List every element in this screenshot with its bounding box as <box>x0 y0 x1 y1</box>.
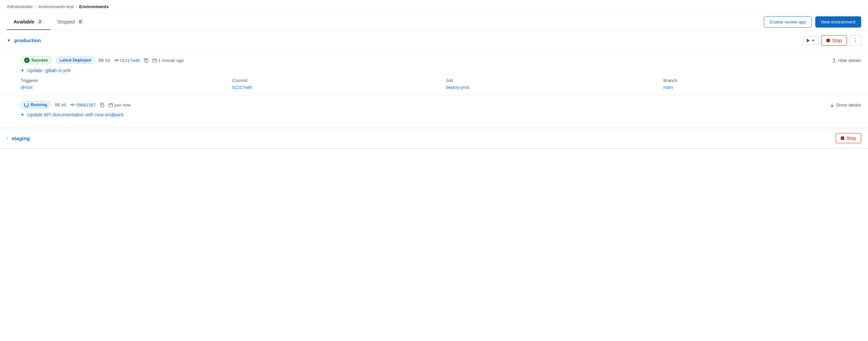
time-label-2: just now <box>114 102 131 108</box>
deployment-row-1: ✓ Success Latest Deployed #3 <box>0 51 868 96</box>
branch-link[interactable]: main <box>663 85 673 90</box>
deployment-title-1: ✦ Update .gitlab-ci.yml <box>20 68 861 73</box>
play-button-production[interactable]: ▼ <box>803 36 819 45</box>
svg-point-3 <box>115 59 117 61</box>
commit-hash-2[interactable]: 09b81587 <box>76 102 96 108</box>
env-section-production: ▼ production ▼ Stop ⋮ ✓ <box>0 30 868 128</box>
commit-link[interactable]: 01217ed6 <box>232 85 252 90</box>
env-header-production: ▼ production ▼ Stop ⋮ <box>0 30 868 51</box>
time-meta-1: 1 minute ago <box>152 58 184 63</box>
svg-rect-0 <box>99 59 100 62</box>
copy-icon-area-1 <box>144 58 148 63</box>
gear-icon-1: ✦ <box>20 68 25 73</box>
deployment-details-table-1: Triggerer Commit Job Branch @root 01217e… <box>20 78 861 90</box>
upload-icon-1 <box>832 58 836 63</box>
job-header: Job <box>446 78 653 83</box>
svg-rect-1 <box>102 59 103 62</box>
spinning-icon <box>24 102 29 107</box>
svg-rect-6 <box>145 60 148 62</box>
deployment-meta-1: ✓ Success Latest Deployed #3 <box>20 56 184 64</box>
pipeline-id-2: #5 <box>55 102 66 108</box>
success-check-icon: ✓ <box>24 58 30 63</box>
svg-rect-20 <box>109 103 113 107</box>
kebab-menu-production[interactable]: ⋮ <box>850 35 861 46</box>
hide-details-label-1: Hide details <box>838 58 861 63</box>
deployment-row-2: Running #5 <box>0 96 868 128</box>
tab-stopped-count: 0 <box>77 19 84 25</box>
hide-details-button-1[interactable]: Hide details <box>832 58 861 63</box>
env-header-left-staging: › staging <box>7 135 30 141</box>
show-details-label-2: Show details <box>836 102 861 108</box>
enable-review-app-button[interactable]: Enable review app <box>764 16 812 28</box>
job-value: deploy-prod <box>446 84 653 90</box>
breadcrumb-project[interactable]: environments-test <box>38 4 74 9</box>
copy-icon-area-2 <box>100 103 105 107</box>
time-meta-2: just now <box>109 102 131 108</box>
svg-rect-19 <box>101 104 104 107</box>
play-icon <box>807 38 810 43</box>
tabs-header: Available 2 Stopped 0 Enable review app … <box>0 14 868 30</box>
stop-label-production: Stop <box>832 38 842 43</box>
pipeline-id-1: #3 <box>99 58 110 63</box>
status-label-1: Success <box>31 58 48 63</box>
copy-icon-1[interactable] <box>144 58 148 63</box>
commit-icon-2 <box>70 102 75 107</box>
badge-success: ✓ Success <box>20 56 52 64</box>
breadcrumb-admin[interactable]: Administrator <box>7 4 33 9</box>
env-name-staging[interactable]: staging <box>12 135 30 141</box>
stop-label-staging: Stop <box>846 135 856 141</box>
stop-button-staging[interactable]: Stop <box>836 133 861 143</box>
tabs-left: Available 2 Stopped 0 <box>7 14 91 30</box>
svg-rect-14 <box>58 103 60 106</box>
job-link[interactable]: deploy-prod <box>446 85 469 90</box>
latest-deployed-label: Latest Deployed <box>60 58 91 63</box>
triggerer-link[interactable]: @root <box>20 85 33 90</box>
env-header-right-production: ▼ Stop ⋮ <box>803 35 861 46</box>
commit-meta-2: 09b81587 <box>70 102 96 108</box>
play-dropdown-icon: ▼ <box>811 38 815 43</box>
tab-stopped[interactable]: Stopped 0 <box>50 14 91 30</box>
breadcrumb: Administrator › environments-test › Envi… <box>0 0 868 14</box>
collapse-arrow-staging[interactable]: › <box>7 136 8 141</box>
breadcrumb-sep1: › <box>35 4 36 9</box>
gear-icon-2: ✦ <box>20 112 25 117</box>
commit-message-link-2[interactable]: Update API documentation with new endpoi… <box>27 112 124 117</box>
breadcrumb-sep2: › <box>76 4 77 9</box>
commit-meta-1: 01217ed6 <box>114 58 140 63</box>
badge-latest-deployed: Latest Deployed <box>56 56 95 64</box>
commit-hash-1[interactable]: 01217ed6 <box>120 58 140 63</box>
env-name-production[interactable]: production <box>14 37 41 43</box>
pipeline-icon <box>99 58 103 63</box>
deployment-top-2: Running #5 <box>20 101 861 109</box>
env-header-left-production: ▼ production <box>7 37 41 43</box>
show-details-button-2[interactable]: Show details <box>830 102 861 108</box>
calendar-icon-2 <box>109 103 113 107</box>
branch-header: Branch <box>663 78 861 83</box>
env-section-staging: › staging Stop <box>0 128 868 149</box>
stop-icon-staging <box>841 136 844 140</box>
copy-icon-2[interactable] <box>100 103 105 107</box>
branch-value: main <box>663 84 861 90</box>
triggerer-value: @root <box>20 84 222 90</box>
tab-available[interactable]: Available 2 <box>7 14 50 30</box>
commit-message-link-1[interactable]: Update .gitlab-ci.yml <box>27 68 70 73</box>
tab-stopped-label: Stopped <box>57 19 75 25</box>
collapse-arrow-production[interactable]: ▼ <box>7 38 11 43</box>
download-icon-2 <box>830 103 834 107</box>
pipeline-link-2[interactable]: #5 <box>61 102 66 108</box>
main-content: ▼ production ▼ Stop ⋮ ✓ <box>0 30 868 149</box>
calendar-icon-1 <box>152 58 157 63</box>
tab-available-label: Available <box>14 19 34 25</box>
triggerer-header: Triggerer <box>20 78 222 83</box>
tab-available-count: 2 <box>36 19 44 25</box>
svg-rect-7 <box>153 59 157 62</box>
commit-header: Commit <box>232 78 436 83</box>
pipeline-link-1[interactable]: #3 <box>105 58 110 63</box>
stop-icon-production <box>826 39 830 42</box>
status-label-2: Running <box>31 102 47 107</box>
deployment-title-2: ✦ Update API documentation with new endp… <box>20 112 861 117</box>
new-environment-button[interactable]: New environment <box>815 16 861 28</box>
stop-button-production[interactable]: Stop <box>821 35 847 46</box>
deployment-meta-2: Running #5 <box>20 101 131 109</box>
time-label-1: 1 minute ago <box>158 58 184 63</box>
